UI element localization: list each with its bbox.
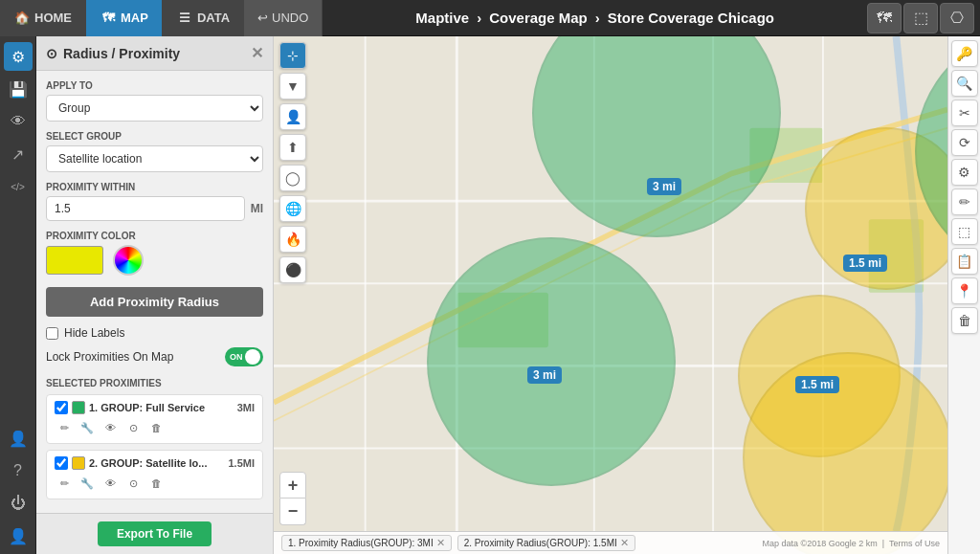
add-proximity-radius-button[interactable]: Add Proximity Radius	[46, 287, 263, 317]
export-button[interactable]: Export To File	[98, 521, 212, 546]
breadcrumb-sep2: ›	[595, 10, 600, 26]
select-group-label: SELECT GROUP	[46, 131, 263, 142]
lock-toggle[interactable]: ON	[225, 347, 263, 366]
sidebar-item-save[interactable]: 💾	[4, 75, 33, 103]
proximity-2-actions: ✏ 🔧 👁 ⊙ 🗑	[55, 474, 255, 493]
map-tool-route[interactable]: ⬆	[279, 134, 306, 161]
proximity-1-color	[72, 401, 85, 414]
map-badge-b2: 1.5 mi	[843, 255, 887, 272]
sidebar-item-share[interactable]: ↗	[4, 140, 33, 168]
right-tool-search[interactable]: 🔍	[951, 70, 978, 97]
proximity-2-edit-icon[interactable]: ✏	[55, 474, 74, 493]
map-tools: ⊹ ▼ 👤 ⬆ ◯ 🌐 🔥 ⚫	[279, 42, 306, 283]
undo-button[interactable]: ↩ UNDO	[244, 0, 323, 36]
sidebar-item-code[interactable]: </>	[4, 172, 33, 201]
right-tool-settings[interactable]: ⚙	[951, 159, 978, 186]
proximity-1-edit-icon[interactable]: ✏	[55, 418, 74, 437]
app-title: Maptive	[415, 10, 469, 26]
sidebar-item-profile[interactable]: 👤	[4, 424, 33, 453]
sidebar-item-user[interactable]: 👤	[4, 521, 33, 550]
proximity-within-input[interactable]	[46, 196, 245, 221]
panel-title: ⊙ Radius / Proximity	[46, 46, 180, 61]
map-tool-globe[interactable]: 🌐	[279, 195, 306, 222]
toggle-label: ON	[230, 352, 243, 362]
proximity-2-tool-icon[interactable]: 🔧	[78, 474, 97, 493]
panel-body: APPLY TO Group SELECT GROUP Satellite lo…	[36, 71, 273, 513]
map-button[interactable]: 🗺 MAP	[86, 0, 163, 36]
proximity-1-checkbox[interactable]	[55, 401, 68, 414]
color-swatch[interactable]	[46, 246, 103, 275]
proximity-2-label: 2. GROUP: Satellite lo...	[89, 457, 224, 469]
topbar-right: 🗺 ⬚ ⎔	[867, 3, 980, 33]
radius-icon: ⊙	[46, 46, 57, 61]
proximity-within-label: PROXIMITY WITHIN	[46, 182, 263, 192]
sidebar-item-eye[interactable]: 👁	[4, 107, 33, 136]
breadcrumb-item1: Coverage Map	[489, 10, 588, 26]
layers-button[interactable]: 🗺	[867, 3, 902, 33]
proximity-tag-2[interactable]: 2. Proximity Radius(GROUP): 1.5MI ✕	[457, 535, 635, 551]
network-button[interactable]: ⎔	[940, 3, 974, 33]
proximity-1-copy-icon[interactable]: ⊙	[123, 418, 143, 437]
right-tool-edit[interactable]: ✏	[951, 188, 978, 215]
sidebar-item-settings[interactable]: ⚙	[4, 42, 33, 71]
proximity-1-tool-icon[interactable]: 🔧	[78, 418, 97, 437]
proximity-item-1-header: 1. GROUP: Full Service 3MI	[55, 401, 255, 414]
zoom-in-button[interactable]: +	[279, 472, 306, 499]
proximity-2-checkbox[interactable]	[55, 456, 68, 470]
map-area[interactable]: 3 mi1.5 mi3 mi1.5 mi3 mi1.5 mi3 mi1.5 mi…	[274, 36, 947, 554]
map-badge-b1: 3 mi	[647, 178, 681, 195]
proximity-tag-2-close[interactable]: ✕	[620, 537, 629, 549]
proximity-item-2: 2. GROUP: Satellite lo... 1.5MI ✏ 🔧 👁 ⊙ …	[46, 450, 263, 499]
undo-label: UNDO	[272, 11, 308, 25]
proximity-2-color	[72, 456, 85, 470]
proximity-2-copy-icon[interactable]: ⊙	[123, 474, 143, 493]
undo-icon: ↩	[257, 11, 268, 25]
panel: ⊙ Radius / Proximity ✕ APPLY TO Group SE…	[36, 36, 274, 554]
data-button[interactable]: ☰ DATA	[163, 0, 244, 36]
proximity-1-delete-icon[interactable]: 🗑	[146, 418, 166, 437]
panel-footer: Export To File	[36, 513, 273, 554]
proximity-2-distance: 1.5MI	[228, 457, 255, 469]
map-tool-fire[interactable]: 🔥	[279, 226, 306, 253]
right-tool-key[interactable]: 🔑	[951, 40, 978, 67]
apply-to-select[interactable]: Group	[46, 95, 263, 122]
select-group-select[interactable]: Satellite location	[46, 145, 263, 172]
map-tool-cursor[interactable]: ⊹	[279, 42, 306, 69]
zoom-out-button[interactable]: −	[279, 499, 306, 525]
right-tool-pin[interactable]: 📍	[951, 277, 978, 304]
color-wheel[interactable]	[113, 245, 144, 276]
panel-close-button[interactable]: ✕	[251, 44, 263, 62]
map-circle-c7	[743, 352, 947, 554]
sidebar-item-power[interactable]: ⏻	[4, 489, 33, 518]
selected-proximities-label: SELECTED PROXIMITIES	[46, 378, 263, 388]
proximity-unit: MI	[251, 202, 263, 215]
proximity-tag-1-close[interactable]: ✕	[436, 537, 445, 549]
right-tool-clipboard[interactable]: 📋	[951, 248, 978, 275]
map-tool-dot[interactable]: ⚫	[279, 256, 306, 283]
hide-labels-text: Hide Labels	[64, 326, 124, 340]
color-section	[46, 245, 263, 276]
proximity-1-eye-icon[interactable]: 👁	[100, 418, 120, 437]
right-tool-delete[interactable]: 🗑	[951, 307, 978, 334]
proximity-color-label: PROXIMITY COLOR	[46, 231, 263, 241]
right-tool-refresh[interactable]: ⟳	[951, 129, 978, 156]
map-terms[interactable]: Terms of Use	[889, 539, 940, 548]
map-tool-user[interactable]: 👤	[279, 103, 306, 130]
proximity-tag-1[interactable]: 1. Proximity Radius(GROUP): 3MI ✕	[281, 535, 452, 551]
home-button[interactable]: 🏠 HOME	[0, 0, 86, 36]
home-icon: 🏠	[13, 10, 31, 27]
map-attribution: Map data ©2018 Google 2 km | Terms of Us…	[763, 539, 940, 548]
breadcrumb-item2: Store Coverage Chicago	[608, 10, 774, 26]
map-icon: 🗺	[100, 10, 117, 27]
map-tool-shape[interactable]: ◯	[279, 165, 306, 191]
apply-to-label: APPLY TO	[46, 80, 263, 91]
proximity-2-eye-icon[interactable]: 👁	[100, 474, 120, 493]
right-tool-layers[interactable]: ⬚	[951, 218, 978, 245]
stack-button[interactable]: ⬚	[903, 3, 938, 33]
right-tool-scissors[interactable]: ✂	[951, 100, 978, 126]
home-label: HOME	[34, 11, 72, 25]
hide-labels-checkbox[interactable]	[46, 327, 58, 340]
sidebar-item-help[interactable]: ?	[4, 456, 33, 485]
map-tool-filter[interactable]: ▼	[279, 73, 306, 100]
proximity-2-delete-icon[interactable]: 🗑	[146, 474, 166, 493]
